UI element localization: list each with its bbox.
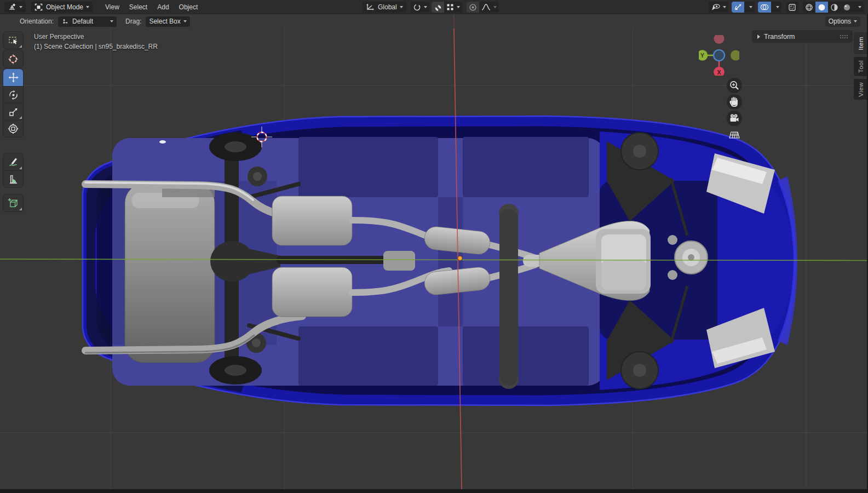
orientation-label: Global	[378, 3, 397, 11]
toolbar-group-cursor	[3, 50, 23, 67]
status-bar-edge	[0, 489, 868, 493]
tab-view-label: View	[858, 82, 864, 97]
tool-measure[interactable]	[3, 170, 23, 187]
tool-annotate[interactable]	[3, 153, 23, 170]
shading-solid-button[interactable]	[815, 2, 828, 13]
fuel-tank[interactable]	[125, 184, 215, 363]
xray-toggle[interactable]	[786, 2, 798, 13]
chevron-down-icon	[723, 6, 726, 8]
perspective-grid-icon	[729, 132, 739, 138]
falloff-button[interactable]	[479, 2, 499, 13]
rotate-icon	[8, 90, 19, 100]
select-box-icon	[8, 35, 19, 45]
wireframe-sphere-icon	[805, 3, 813, 12]
tool-add-cube[interactable]	[3, 194, 23, 211]
tool-cursor[interactable]	[3, 50, 23, 67]
menu-add[interactable]: Add	[152, 3, 174, 11]
subtool-indicator	[19, 167, 22, 169]
tool-move[interactable]	[3, 69, 23, 86]
move-icon	[8, 72, 19, 83]
gizmo-axis-z[interactable]	[714, 50, 725, 61]
proportional-toggle-button[interactable]	[467, 2, 479, 13]
accessory-pulley2	[668, 270, 677, 280]
toolbar-group-annotate	[3, 153, 23, 187]
measure-icon	[8, 174, 19, 185]
object-origin-dot[interactable]	[458, 256, 462, 261]
tool-scale[interactable]	[3, 103, 23, 120]
car-model[interactable]	[83, 116, 797, 405]
shading-wireframe-button[interactable]	[803, 2, 815, 13]
wheel-hub2	[225, 365, 246, 376]
options-dropdown[interactable]: Options	[825, 16, 860, 27]
strut-center2	[633, 364, 646, 377]
panel-grip-icon[interactable]	[840, 35, 848, 39]
mode-dropdown[interactable]: Object Mode	[31, 2, 93, 13]
sidebar-tab-item[interactable]: Item	[853, 32, 867, 55]
muffler-bottom[interactable]	[272, 267, 352, 317]
sidebar-tab-tool[interactable]: Tool	[853, 56, 867, 77]
add-cube-icon	[8, 198, 19, 209]
shading-dropdown[interactable]	[853, 2, 864, 13]
snap-with-button[interactable]	[444, 2, 462, 13]
proportional-edit-group	[467, 2, 499, 13]
overlays-icon	[760, 3, 769, 11]
muffler-top[interactable]	[272, 196, 352, 245]
chevron-down-icon	[110, 20, 113, 22]
tool-settings-bar: Orientation: Default Drag: Select Box Op…	[0, 14, 868, 28]
pan-button[interactable]	[727, 94, 742, 110]
subtool-indicator	[19, 116, 22, 119]
view-perspective-label: User Perspective	[34, 33, 84, 41]
tool-rotate[interactable]	[3, 86, 23, 103]
viewport-nav-buttons	[725, 77, 744, 146]
snap-pivot-button[interactable]	[411, 2, 429, 13]
rendered-sphere-icon	[843, 3, 851, 12]
accessory-pulley1	[668, 235, 677, 245]
drag-mode-dropdown[interactable]: Select Box	[146, 16, 189, 27]
menu-select[interactable]: Select	[124, 3, 152, 11]
overlays-toggle-button[interactable]	[758, 2, 771, 13]
perspective-toggle-button[interactable]	[729, 132, 739, 138]
panel-title: Transform	[764, 33, 795, 41]
drag-value: Select Box	[149, 18, 180, 25]
options-label: Options	[829, 18, 851, 25]
sidebar-tab-view[interactable]: View	[853, 78, 867, 100]
editor-3d-viewport-icon	[8, 3, 16, 11]
gizmo-y-label: Y	[700, 52, 704, 59]
zoom-button[interactable]	[727, 78, 742, 93]
menu-view[interactable]: View	[100, 3, 124, 11]
chevron-down-icon	[424, 6, 427, 8]
chevron-down-icon	[19, 6, 22, 8]
menu-object[interactable]: Object	[174, 3, 203, 11]
show-object-types-button[interactable]	[709, 2, 728, 13]
orientation-default-dropdown[interactable]: Default	[58, 16, 117, 27]
crossmember[interactable]	[499, 209, 518, 386]
subtool-indicator	[19, 208, 22, 210]
annotate-pen-icon	[8, 157, 19, 167]
navigation-gizmo[interactable]: Y X	[699, 35, 739, 76]
snap-link-icon	[413, 3, 421, 12]
gizmo-axis-neg-x[interactable]	[714, 35, 725, 44]
shading-rendered-button[interactable]	[841, 2, 853, 13]
gizmo-axis-neg-y[interactable]	[731, 50, 739, 61]
falloff-curve-icon	[481, 3, 491, 11]
shading-material-button[interactable]	[828, 2, 841, 13]
gizmo-x-label: X	[717, 69, 721, 76]
tool-select-box[interactable]	[3, 32, 23, 49]
drag-label: Drag:	[125, 18, 141, 25]
chevron-down-icon	[854, 20, 857, 22]
object-mode-icon	[35, 3, 43, 11]
brake-hub2	[252, 339, 261, 347]
snap-toggle-button[interactable]	[432, 2, 444, 13]
editor-type-selector[interactable]	[4, 2, 26, 13]
chevron-down-icon	[457, 6, 460, 8]
engine-lower	[601, 260, 646, 290]
transform-orientation-dropdown[interactable]: Global	[363, 2, 406, 13]
tab-item-label: Item	[858, 37, 864, 50]
overlays-dropdown[interactable]	[771, 2, 781, 13]
gizmos-toggle-button[interactable]	[732, 2, 744, 13]
camera-view-button[interactable]	[727, 111, 742, 126]
wheel-hub	[225, 141, 246, 152]
gizmos-dropdown[interactable]	[744, 2, 755, 13]
tool-transform[interactable]	[3, 120, 23, 137]
transform-panel-header[interactable]: Transform	[752, 30, 853, 43]
